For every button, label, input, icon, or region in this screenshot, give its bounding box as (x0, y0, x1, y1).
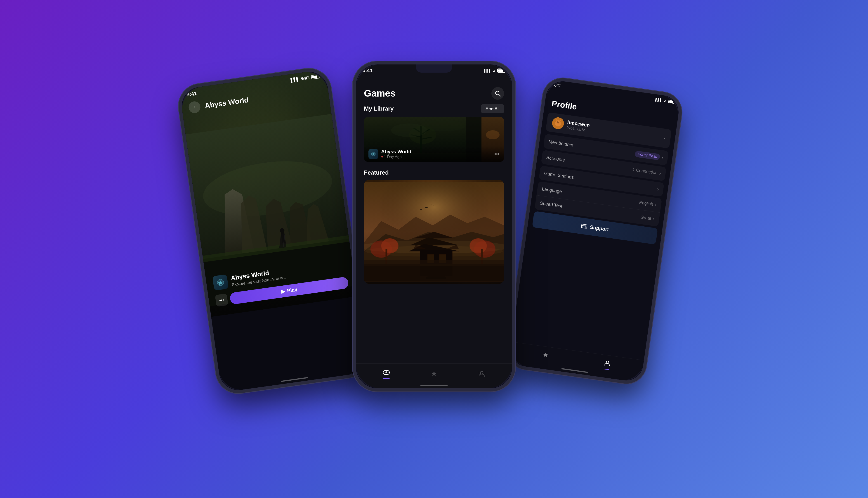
svg-point-57 (388, 371, 389, 372)
speed-test-chevron: › (653, 216, 655, 222)
svg-line-73 (585, 225, 586, 228)
support-icon (580, 223, 588, 230)
speed-test-value: Great › (640, 214, 655, 222)
phone-left: ‹ Abyss World 9:41 ▌▌▌ WiFi (176, 66, 371, 396)
tab-activity[interactable] (430, 370, 438, 378)
svg-rect-52 (364, 264, 504, 281)
more-icon: ••• (219, 298, 224, 303)
speed-test-label: Speed Test (539, 200, 563, 209)
status-time-center: 9:41 (363, 68, 373, 74)
language-value: English › (639, 199, 657, 208)
profile-tab-user[interactable] (603, 359, 611, 370)
library-section-header: My Library See All (356, 104, 512, 117)
svg-point-58 (388, 372, 389, 373)
featured-art (364, 180, 504, 284)
games-tab-icon (383, 368, 390, 376)
svg-point-24 (420, 120, 466, 131)
svg-point-60 (480, 371, 483, 374)
tab-bar-center (356, 364, 512, 388)
card-game-info: Abyss World ♥ 1 Day Ago (369, 149, 411, 159)
library-title: My Library (364, 105, 394, 112)
svg-rect-53 (364, 260, 504, 266)
play-label: Play (287, 287, 298, 294)
accounts-label: Accounts (546, 155, 565, 162)
play-icon: ▶ (281, 288, 285, 295)
card-game-time: ♥ 1 Day Ago (381, 155, 411, 159)
svg-line-15 (499, 94, 500, 96)
games-title: Games (364, 88, 396, 99)
svg-line-72 (584, 225, 584, 228)
card-game-name: Abyss World (381, 149, 411, 155)
heart-icon: ♥ (381, 155, 383, 159)
games-header: Games (356, 74, 512, 104)
membership-label: Membership (548, 139, 573, 148)
phone-right: 9:41 ▌▌▌ ⊿ Profile (505, 76, 684, 386)
accounts-chevron: › (659, 171, 662, 176)
language-chevron: › (655, 202, 657, 208)
support-label: Support (589, 224, 609, 233)
game-settings-chevron: › (657, 186, 659, 192)
svg-point-50 (469, 238, 487, 253)
back-button[interactable]: ‹ (188, 101, 201, 114)
game-settings-label: Game Settings (544, 171, 574, 180)
card-overlay: Abyss World ♥ 1 Day Ago ••• (364, 146, 504, 162)
user-avatar (551, 117, 565, 130)
svg-marker-59 (431, 371, 437, 376)
status-icons-center: ▌▌▌ ⊿ (484, 68, 505, 73)
app-background: ‹ Abyss World 9:41 ▌▌▌ WiFi (185, 57, 683, 441)
phone-center: 9:41 ▌▌▌ ⊿ Games My Libra (352, 61, 516, 392)
language-label: Language (542, 186, 562, 194)
svg-line-71 (583, 224, 583, 228)
membership-value: Portal Pass › (635, 150, 664, 161)
tab-games[interactable] (383, 368, 390, 379)
notch-center (416, 64, 452, 73)
game-icon-badge (212, 274, 228, 291)
see-all-button[interactable]: See All (481, 104, 504, 113)
svg-point-28 (486, 130, 499, 139)
profile-tab-activity[interactable] (542, 351, 549, 361)
activity-icon (542, 351, 549, 359)
user-icon (603, 359, 611, 367)
activity-tab-icon (430, 370, 438, 378)
card-more-button[interactable]: ••• (494, 151, 499, 157)
featured-card[interactable] (364, 180, 504, 284)
membership-chevron: › (661, 155, 664, 160)
tab-profile[interactable] (478, 370, 485, 378)
svg-point-47 (381, 238, 398, 253)
card-name-info: Abyss World ♥ 1 Day Ago (381, 149, 411, 159)
svg-marker-74 (543, 352, 549, 358)
card-game-icon (369, 149, 378, 159)
profile-tab-bar (508, 342, 644, 383)
game-settings-value: › (657, 186, 659, 192)
library-card[interactable]: Abyss World ♥ 1 Day Ago ••• (364, 117, 504, 162)
search-button[interactable] (491, 87, 504, 100)
accounts-value: 1 Connection › (632, 167, 662, 176)
home-indicator-left (281, 377, 308, 382)
featured-title: Featured (364, 169, 389, 176)
portal-pass-badge: Portal Pass (635, 150, 660, 160)
home-indicator-center (420, 385, 448, 386)
profile-tab-icon (478, 370, 485, 378)
more-button[interactable]: ••• (215, 293, 228, 307)
featured-section-header: Featured (356, 165, 512, 180)
